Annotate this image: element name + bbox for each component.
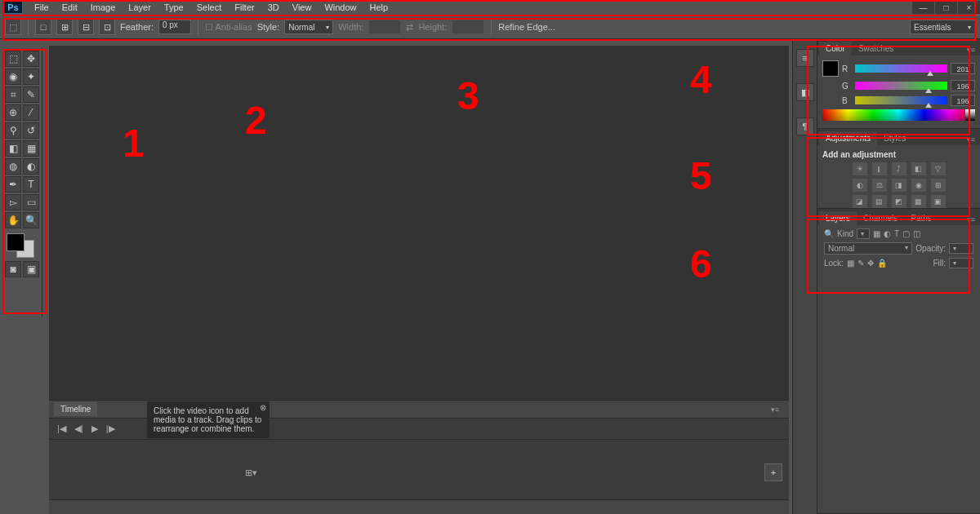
feather-input[interactable]: 0 px <box>158 20 191 34</box>
eyedropper-tool[interactable]: ✎ <box>23 86 39 103</box>
hand-tool[interactable]: ✋ <box>5 212 21 228</box>
adjustments-panel-menu-icon[interactable]: ▾≡ <box>962 134 980 145</box>
selection-add-icon[interactable]: ⊞ <box>56 19 73 35</box>
shape-tool[interactable]: ▭ <box>23 194 39 210</box>
marquee-tool[interactable]: ⬚ <box>5 51 21 67</box>
lock-pixels-icon[interactable]: ✎ <box>858 259 864 268</box>
timeline-add-button[interactable]: + <box>764 463 782 481</box>
blur-tool[interactable]: ◍ <box>5 158 21 175</box>
invert-icon[interactable]: ◪ <box>853 195 867 208</box>
minimize-button[interactable]: — <box>911 1 934 14</box>
timeline-tab[interactable]: Timeline <box>54 402 97 416</box>
layers-tab[interactable]: Layers <box>819 211 857 225</box>
dock-icon-3[interactable]: ¶ <box>796 117 814 135</box>
r-value[interactable]: 201 <box>951 63 975 74</box>
color-indicator[interactable] <box>822 60 839 77</box>
channels-tab[interactable]: Channels <box>857 211 904 225</box>
timeline-first-icon[interactable]: |◀ <box>57 423 66 434</box>
menu-3d[interactable]: 3D <box>261 1 286 14</box>
healing-tool[interactable]: ⊕ <box>5 104 21 121</box>
pen-tool[interactable]: ✒ <box>5 176 21 193</box>
filter-smart-icon[interactable]: ◫ <box>913 229 920 238</box>
opacity-input[interactable] <box>949 243 973 254</box>
close-button[interactable]: × <box>957 1 980 14</box>
lock-transparency-icon[interactable]: ▦ <box>847 259 854 268</box>
menu-help[interactable]: Help <box>363 1 395 14</box>
filter-adjust-icon[interactable]: ◐ <box>884 229 891 238</box>
menu-view[interactable]: View <box>286 1 318 14</box>
quickmask-tool[interactable]: ◙ <box>5 261 21 277</box>
channelmixer-icon[interactable]: ⊞ <box>931 179 946 192</box>
bw-icon[interactable]: ◨ <box>892 179 906 192</box>
path-select-tool[interactable]: ▻ <box>5 194 21 210</box>
timeline-next-icon[interactable]: |▶ <box>106 423 115 434</box>
crop-tool[interactable]: ⌗ <box>5 86 21 103</box>
color-swatches[interactable] <box>5 233 39 259</box>
styles-tab[interactable]: Styles <box>877 131 912 145</box>
history-brush-tool[interactable]: ↺ <box>23 122 39 139</box>
dock-icon-1[interactable]: ≡ <box>796 49 814 67</box>
brightness-icon[interactable]: ☀ <box>853 162 867 175</box>
zoom-tool[interactable]: 🔍 <box>23 212 39 228</box>
b-slider[interactable] <box>855 96 947 104</box>
selection-new-icon[interactable]: □ <box>35 19 51 35</box>
menu-layer[interactable]: Layer <box>122 1 158 14</box>
brush-tool[interactable]: ∕ <box>23 104 39 121</box>
timeline-addmedia-icon[interactable]: ⊞▾ <box>245 467 257 478</box>
antialias-checkbox[interactable]: ☐ Anti-alias <box>205 22 252 33</box>
canvas[interactable] <box>49 46 789 397</box>
b-value[interactable]: 196 <box>951 95 975 106</box>
timeline-menu-icon[interactable]: ▾≡ <box>766 404 784 415</box>
filter-pixel-icon[interactable]: ▦ <box>873 229 880 238</box>
selection-intersect-icon[interactable]: ⊡ <box>99 19 115 35</box>
menu-window[interactable]: Window <box>318 1 363 14</box>
maximize-button[interactable]: □ <box>934 1 957 14</box>
filter-shape-icon[interactable]: ▢ <box>902 229 910 238</box>
g-slider[interactable] <box>855 82 947 90</box>
paths-tab[interactable]: Paths <box>904 211 938 225</box>
color-panel-menu-icon[interactable]: ▾≡ <box>962 44 980 55</box>
foreground-color[interactable] <box>7 233 24 251</box>
kind-select[interactable] <box>857 228 870 239</box>
threshold-icon[interactable]: ◩ <box>892 195 906 208</box>
timeline-prev-icon[interactable]: ◀| <box>74 423 83 434</box>
menu-file[interactable]: File <box>28 1 56 14</box>
menu-type[interactable]: Type <box>158 1 190 14</box>
gradient-tool[interactable]: ▦ <box>23 140 39 157</box>
type-tool[interactable]: T <box>23 176 39 193</box>
tool-preset-icon[interactable]: ⬚ <box>5 19 21 35</box>
dock-icon-2[interactable]: ◧ <box>796 83 814 101</box>
filter-type-icon[interactable]: T <box>894 229 899 238</box>
colorbalance-icon[interactable]: ⚖ <box>872 179 887 192</box>
menu-filter[interactable]: Filter <box>228 1 261 14</box>
adjustments-tab[interactable]: Adjustments <box>819 131 877 145</box>
exposure-icon[interactable]: ◧ <box>911 162 926 175</box>
levels-icon[interactable]: ⫿ <box>872 162 887 175</box>
gradientmap-icon[interactable]: ▦ <box>911 195 926 208</box>
screenmode-tool[interactable]: ▣ <box>23 261 39 277</box>
layers-panel-menu-icon[interactable]: ▾≡ <box>962 214 980 225</box>
vibrance-icon[interactable]: ▽ <box>931 162 946 175</box>
curves-icon[interactable]: ⤴ <box>892 162 906 175</box>
swatches-tab[interactable]: Swatches <box>852 42 900 55</box>
menu-image[interactable]: Image <box>84 1 122 14</box>
eraser-tool[interactable]: ◧ <box>5 140 21 157</box>
r-slider[interactable] <box>855 64 947 73</box>
move-tool[interactable]: ✥ <box>23 51 39 67</box>
lock-all-icon[interactable]: 🔒 <box>877 259 887 268</box>
lasso-tool[interactable]: ◉ <box>5 69 21 85</box>
timeline-play-icon[interactable]: ▶ <box>91 423 98 434</box>
menu-select[interactable]: Select <box>190 1 229 14</box>
timeline-tracks[interactable]: ⊞▾ + <box>49 440 789 499</box>
photofilter-icon[interactable]: ◉ <box>911 179 926 192</box>
hue-icon[interactable]: ◐ <box>853 179 867 192</box>
refine-edge-button[interactable]: Refine Edge... <box>498 22 555 32</box>
blend-mode-select[interactable]: Normal <box>824 242 912 255</box>
menu-edit[interactable]: Edit <box>56 1 84 14</box>
fill-input[interactable] <box>949 258 973 268</box>
dodge-tool[interactable]: ◐ <box>23 158 39 175</box>
lock-position-icon[interactable]: ✥ <box>867 259 874 268</box>
stamp-tool[interactable]: ⚲ <box>5 122 21 139</box>
g-value[interactable]: 196 <box>951 80 975 91</box>
style-select[interactable]: Normal <box>284 20 333 34</box>
